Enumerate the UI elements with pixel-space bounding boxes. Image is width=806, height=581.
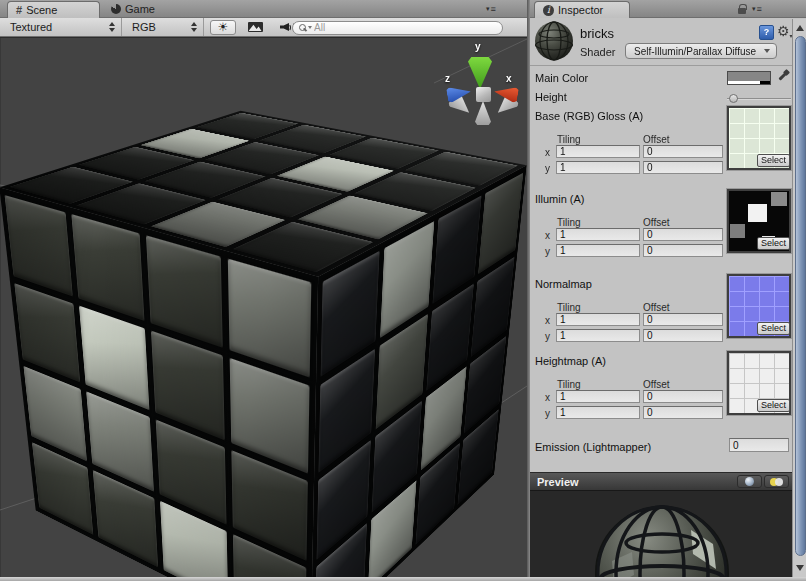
gizmo-center-cube[interactable] bbox=[476, 87, 491, 102]
cube-object[interactable] bbox=[96, 170, 446, 520]
shader-dropdown[interactable]: Self-Illumin/Parallax Diffuse bbox=[625, 43, 777, 59]
cube-tile bbox=[478, 173, 523, 275]
render-mode-value: Textured bbox=[10, 21, 52, 33]
scene-search-field bbox=[292, 21, 503, 35]
unity-editor-window: # Scene Game ▾≡ Textured RGB ☀ bbox=[0, 0, 806, 581]
inspector-scrollbar[interactable] bbox=[792, 19, 806, 577]
cube-tile bbox=[4, 195, 73, 297]
offset-x-field[interactable] bbox=[643, 145, 723, 158]
select-texture-button[interactable]: Select bbox=[757, 322, 790, 335]
shader-value: Self-Illumin/Parallax Diffuse bbox=[634, 46, 756, 57]
preview-header[interactable]: Preview bbox=[530, 472, 792, 490]
scene-lighting-toggle[interactable]: ☀ bbox=[210, 20, 236, 35]
offset-y-field[interactable] bbox=[643, 161, 723, 174]
scene-effects-toggle[interactable] bbox=[242, 20, 268, 35]
tiling-x-field[interactable] bbox=[556, 390, 640, 403]
sun-icon: ☀ bbox=[218, 21, 229, 33]
main-color-label: Main Color bbox=[535, 72, 588, 84]
map-section-normalmap: Normalmap Tiling Offset x y Select bbox=[530, 278, 792, 348]
tiling-y-field[interactable] bbox=[556, 329, 640, 342]
render-mode-dropdown[interactable]: Textured bbox=[0, 18, 122, 36]
main-color-swatch[interactable] bbox=[727, 71, 771, 85]
axis-neg-y-cone[interactable] bbox=[475, 101, 491, 125]
tiling-x-field[interactable] bbox=[556, 228, 640, 241]
height-slider[interactable] bbox=[727, 98, 791, 100]
game-icon bbox=[111, 4, 121, 14]
map-section-illumin: Illumin (A) Tiling Offset x y Select bbox=[530, 193, 792, 263]
map-label: Heightmap (A) bbox=[535, 355, 606, 367]
select-texture-button[interactable]: Select bbox=[757, 154, 790, 167]
texture-square bbox=[730, 224, 745, 238]
offset-y-field[interactable] bbox=[643, 406, 723, 419]
preview-lighting-toggle[interactable] bbox=[764, 475, 789, 488]
tiling-header: Tiling bbox=[557, 379, 581, 390]
scroll-down-arrow-icon[interactable] bbox=[796, 565, 804, 571]
y-row-label: y bbox=[545, 163, 550, 174]
x-row-label: x bbox=[545, 392, 550, 403]
offset-x-field[interactable] bbox=[643, 313, 723, 326]
color-channels-dropdown[interactable]: RGB bbox=[122, 18, 204, 36]
scroll-up-arrow-icon[interactable] bbox=[796, 25, 804, 31]
emission-label: Emission (Lightmapper) bbox=[535, 441, 651, 453]
tiling-y-field[interactable] bbox=[556, 161, 640, 174]
offset-y-field[interactable] bbox=[643, 244, 723, 257]
axis-y-cone[interactable] bbox=[468, 57, 492, 89]
select-texture-button[interactable]: Select bbox=[757, 237, 790, 250]
cube-tile bbox=[464, 335, 507, 433]
offset-header: Offset bbox=[643, 134, 670, 145]
cube-tile bbox=[228, 259, 312, 378]
tiling-x-field[interactable] bbox=[556, 145, 640, 158]
popup-arrows-icon bbox=[109, 22, 115, 32]
search-input[interactable] bbox=[314, 22, 496, 33]
scene-panel: # Scene Game ▾≡ Textured RGB ☀ bbox=[0, 0, 527, 577]
offset-y-field[interactable] bbox=[643, 329, 723, 342]
map-label: Base (RGB) Gloss (A) bbox=[535, 110, 643, 122]
cube-tile bbox=[432, 195, 481, 304]
preview-sphere bbox=[592, 499, 732, 577]
tab-scene[interactable]: # Scene bbox=[7, 1, 100, 18]
orientation-gizmo: y x z bbox=[440, 37, 527, 127]
brick-cube bbox=[133, 145, 436, 552]
material-name: bricks bbox=[580, 26, 614, 41]
tab-game-label: Game bbox=[125, 3, 155, 15]
emission-field[interactable] bbox=[729, 438, 789, 452]
cube-tile bbox=[145, 235, 222, 348]
scene-tabstrip: # Scene Game ▾≡ bbox=[0, 0, 527, 18]
material-sphere-icon bbox=[534, 21, 574, 61]
tab-game[interactable]: Game bbox=[105, 1, 161, 17]
tiling-header: Tiling bbox=[557, 217, 581, 228]
offset-header: Offset bbox=[643, 379, 670, 390]
select-texture-button[interactable]: Select bbox=[757, 399, 790, 412]
preview-area[interactable] bbox=[530, 490, 792, 577]
offset-x-field[interactable] bbox=[643, 228, 723, 241]
color-channels-value: RGB bbox=[132, 21, 156, 33]
search-icon bbox=[299, 24, 306, 32]
scrollbar-thumb[interactable] bbox=[795, 36, 806, 556]
axis-z-label: z bbox=[445, 73, 450, 84]
scene-panel-menu-icon[interactable]: ▾≡ bbox=[486, 4, 496, 14]
cube-tile bbox=[71, 214, 144, 321]
search-filter-arrow-icon[interactable] bbox=[308, 26, 312, 29]
popup-arrows-icon bbox=[191, 22, 197, 32]
height-slider-thumb[interactable] bbox=[729, 94, 738, 103]
preview-sphere-toggle[interactable] bbox=[737, 475, 762, 488]
preview-title: Preview bbox=[537, 476, 579, 488]
alpha-bar bbox=[728, 81, 770, 84]
tiling-header: Tiling bbox=[557, 134, 581, 145]
tiling-y-field[interactable] bbox=[556, 406, 640, 419]
window-bottom-edge bbox=[0, 577, 806, 581]
tiling-header: Tiling bbox=[557, 302, 581, 313]
offset-header: Offset bbox=[643, 217, 670, 228]
tiling-x-field[interactable] bbox=[556, 313, 640, 326]
scene-viewport[interactable]: y x z bbox=[0, 37, 527, 577]
help-button[interactable]: ? bbox=[759, 25, 774, 40]
image-icon bbox=[248, 22, 263, 32]
shader-label: Shader bbox=[580, 46, 615, 58]
eyedropper-icon[interactable] bbox=[776, 69, 792, 85]
y-row-label: y bbox=[545, 246, 550, 257]
tiling-y-field[interactable] bbox=[556, 244, 640, 257]
gear-icon[interactable]: ⚙ bbox=[777, 23, 793, 39]
offset-x-field[interactable] bbox=[643, 390, 723, 403]
texture-square bbox=[771, 192, 787, 206]
chevron-down-icon bbox=[764, 49, 770, 53]
